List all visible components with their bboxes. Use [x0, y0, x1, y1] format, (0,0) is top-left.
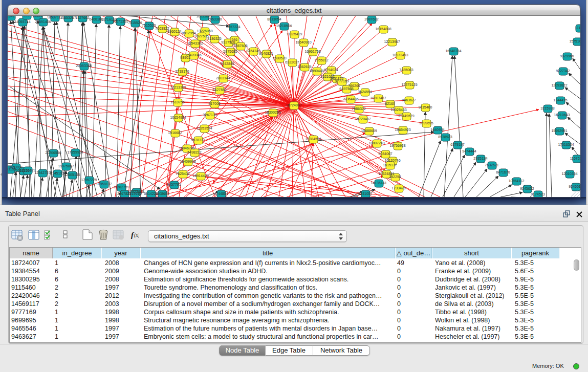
svg-text:(x): (x) — [134, 232, 139, 238]
svg-text:16961758: 16961758 — [304, 50, 320, 53]
svg-text:20206556: 20206556 — [45, 151, 61, 155]
svg-text:6379197: 6379197 — [450, 143, 464, 146]
svg-text:20391: 20391 — [33, 16, 43, 17]
svg-text:16543362: 16543362 — [187, 41, 203, 45]
svg-text:10654112: 10654112 — [509, 179, 525, 183]
svg-text:17016504: 17016504 — [558, 143, 574, 146]
svg-text:7515526: 7515526 — [142, 24, 156, 27]
svg-text:8912954: 8912954 — [182, 31, 195, 35]
svg-text:7515526: 7515526 — [128, 21, 142, 25]
svg-text:12093822: 12093822 — [551, 83, 567, 87]
svg-text:19218506: 19218506 — [276, 24, 292, 28]
svg-text:1610755: 1610755 — [170, 100, 184, 104]
svg-text:1167534: 1167534 — [570, 157, 580, 160]
svg-text:10025433: 10025433 — [390, 108, 406, 112]
svg-text:11325419: 11325419 — [287, 32, 302, 36]
svg-text:8427552: 8427552 — [212, 88, 226, 92]
svg-text:11124: 11124 — [575, 26, 580, 30]
svg-text:12342757: 12342757 — [34, 171, 50, 174]
svg-text:8471676: 8471676 — [496, 170, 510, 174]
svg-text:20691406: 20691406 — [35, 20, 51, 24]
svg-text:6322037: 6322037 — [285, 60, 299, 64]
svg-text:12010354: 12010354 — [561, 172, 577, 176]
svg-text:9242845: 9242845 — [220, 62, 234, 65]
svg-text:12505135: 12505135 — [64, 173, 80, 177]
svg-text:391155: 391155 — [8, 167, 16, 171]
svg-text:9084067: 9084067 — [378, 152, 392, 156]
svg-text:7955812: 7955812 — [314, 58, 328, 62]
svg-text:1615132: 1615132 — [383, 163, 397, 167]
svg-text:9474444: 9474444 — [462, 149, 476, 153]
svg-text:16914479: 16914479 — [192, 174, 208, 178]
svg-text:19384554: 19384554 — [305, 137, 321, 141]
svg-text:2803144: 2803144 — [216, 76, 230, 80]
svg-text:16671355: 16671355 — [112, 19, 128, 23]
svg-text:12213967: 12213967 — [384, 40, 400, 43]
svg-text:12375125: 12375125 — [401, 83, 417, 86]
svg-text:3341057: 3341057 — [358, 192, 372, 195]
svg-text:9463627: 9463627 — [402, 98, 416, 102]
svg-text:23449579: 23449579 — [398, 114, 414, 118]
svg-text:19654923: 19654923 — [395, 128, 410, 132]
svg-text:1244415: 1244415 — [553, 98, 567, 102]
svg-text:1841: 1841 — [8, 16, 15, 18]
svg-text:8990448: 8990448 — [310, 69, 323, 73]
svg-text:9327505: 9327505 — [194, 34, 208, 38]
svg-text:5875685: 5875685 — [223, 50, 237, 53]
svg-text:13226058: 13226058 — [197, 29, 212, 33]
svg-text:10654984: 10654984 — [170, 116, 186, 119]
svg-text:7986372: 7986372 — [352, 107, 365, 111]
svg-text:252254: 252254 — [389, 175, 401, 179]
svg-text:8454749: 8454749 — [246, 49, 260, 53]
svg-text:16648784: 16648784 — [445, 49, 461, 53]
svg-text:10653267: 10653267 — [60, 16, 76, 19]
svg-text:62160: 62160 — [385, 102, 395, 105]
svg-text:17359924: 17359924 — [67, 150, 83, 154]
svg-text:19975887: 19975887 — [58, 164, 74, 168]
svg-text:19756928: 19756928 — [389, 144, 405, 147]
svg-text:3215938: 3215938 — [540, 106, 554, 110]
svg-text:208: 208 — [24, 16, 30, 17]
svg-text:9146821: 9146821 — [259, 52, 273, 55]
svg-text:9245012: 9245012 — [569, 185, 580, 188]
svg-text:20053346: 20053346 — [76, 64, 92, 68]
svg-text:16409948: 16409948 — [180, 160, 195, 163]
svg-text:17957225: 17957225 — [81, 178, 97, 182]
svg-text:1419610: 1419610 — [127, 192, 141, 195]
svg-text:1733426: 1733426 — [391, 186, 405, 190]
svg-text:6794024: 6794024 — [324, 68, 338, 72]
svg-text:18807249: 18807249 — [368, 141, 384, 145]
svg-text:5498222: 5498222 — [187, 150, 201, 154]
svg-text:15692991: 15692991 — [551, 129, 567, 133]
svg-text:9227342: 9227342 — [556, 69, 570, 73]
svg-text:9245652: 9245652 — [520, 187, 534, 190]
svg-text:14136141: 14136141 — [371, 181, 386, 185]
svg-text:12213369: 12213369 — [170, 85, 186, 89]
svg-text:15751074: 15751074 — [569, 39, 580, 43]
svg-text:1145193: 1145193 — [51, 171, 64, 175]
svg-text:3624554: 3624554 — [358, 90, 372, 94]
svg-text:5108603: 5108603 — [155, 192, 169, 195]
svg-text:3267130: 3267130 — [203, 113, 216, 117]
svg-text:9329966: 9329966 — [560, 54, 574, 58]
svg-text:2867608: 2867608 — [233, 44, 247, 48]
svg-text:12156829: 12156829 — [19, 168, 35, 172]
svg-text:8186325: 8186325 — [207, 37, 221, 40]
svg-text:1640954: 1640954 — [430, 128, 444, 132]
svg-text:8960124: 8960124 — [167, 30, 181, 33]
svg-text:15720407: 15720407 — [355, 117, 371, 121]
svg-text:2718176: 2718176 — [175, 70, 189, 73]
svg-text:6497568: 6497568 — [339, 87, 353, 91]
svg-text:2935134: 2935134 — [473, 157, 487, 160]
svg-text:10688609: 10688609 — [361, 129, 377, 133]
svg-text:16782759: 16782759 — [113, 185, 129, 189]
svg-text:10807487: 10807487 — [370, 96, 386, 100]
svg-text:1588520: 1588520 — [272, 56, 286, 60]
svg-text:16120746: 16120746 — [384, 159, 400, 162]
svg-text:9777169: 9777169 — [335, 79, 349, 83]
svg-text:4744854: 4744854 — [214, 192, 228, 195]
svg-text:7485063: 7485063 — [399, 68, 413, 72]
svg-text:1527602: 1527602 — [75, 16, 89, 19]
svg-text:917006: 917006 — [208, 102, 220, 105]
svg-text:2063380: 2063380 — [208, 17, 222, 21]
